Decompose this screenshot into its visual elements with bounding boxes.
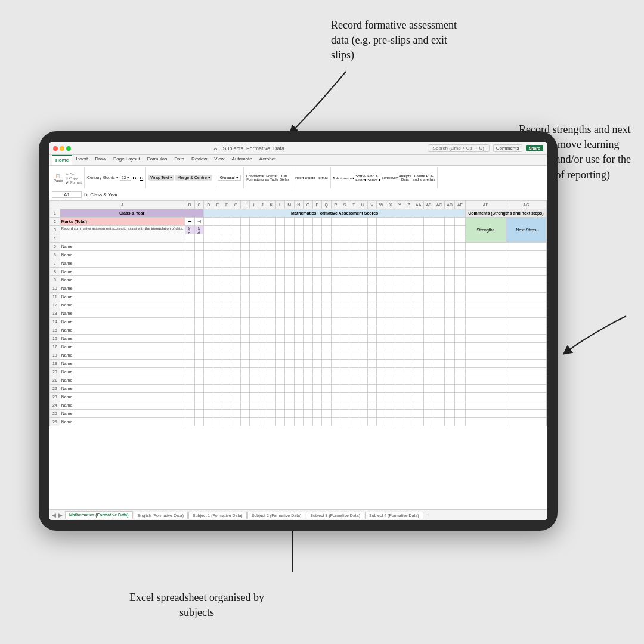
- mark-g2[interactable]: [231, 218, 241, 226]
- col-a[interactable]: A: [60, 201, 185, 209]
- col-l[interactable]: L: [276, 201, 285, 209]
- tab-view[interactable]: View: [210, 155, 228, 165]
- sub-ad3[interactable]: [444, 226, 455, 234]
- sheet-tab-subject3[interactable]: Subject 3 (Formative Data): [306, 512, 364, 519]
- mark-v2[interactable]: [367, 218, 376, 226]
- sub-ae3[interactable]: [455, 226, 465, 234]
- bold-button[interactable]: B: [132, 175, 136, 181]
- maximize-button[interactable]: [66, 146, 71, 151]
- sub-j3[interactable]: [258, 226, 267, 234]
- col-t[interactable]: T: [349, 201, 358, 209]
- mark-i2[interactable]: [250, 218, 258, 226]
- sub-q3[interactable]: [321, 226, 331, 234]
- col-q[interactable]: Q: [321, 201, 331, 209]
- sub-z3[interactable]: [404, 226, 413, 234]
- tab-data[interactable]: Data: [171, 155, 188, 165]
- col-o[interactable]: O: [304, 201, 313, 209]
- sub-e4[interactable]: [213, 234, 222, 243]
- tab-formulas[interactable]: Formulas: [144, 155, 171, 165]
- sub-w4[interactable]: [376, 234, 386, 243]
- font-size-selector[interactable]: 22 ▾: [120, 175, 132, 181]
- sub-b3[interactable]: Length Pre 100: [185, 226, 194, 234]
- mark-m2[interactable]: [284, 218, 294, 226]
- sub-p4[interactable]: [312, 234, 321, 243]
- mark-aa2[interactable]: [413, 218, 423, 226]
- sub-i4[interactable]: [250, 234, 258, 243]
- sub-k4[interactable]: [267, 234, 275, 243]
- sub-v3[interactable]: [367, 226, 376, 234]
- delete-cells-button[interactable]: Delete: [305, 176, 315, 179]
- sub-w3[interactable]: [376, 226, 386, 234]
- col-m[interactable]: M: [284, 201, 294, 209]
- sheet-tab-prev[interactable]: ◀: [52, 512, 56, 518]
- sheet-tab-english[interactable]: English (Formative Data): [134, 512, 188, 519]
- col-r[interactable]: R: [331, 201, 340, 209]
- sub-s3[interactable]: [340, 226, 349, 234]
- sub-y4[interactable]: [395, 234, 404, 243]
- formula-text[interactable]: Class & Year: [90, 192, 544, 197]
- col-f[interactable]: F: [222, 201, 231, 209]
- col-c[interactable]: C: [194, 201, 204, 209]
- sub-r4[interactable]: [331, 234, 340, 243]
- mark-k2[interactable]: [267, 218, 275, 226]
- col-d[interactable]: D: [204, 201, 213, 209]
- sub-r3[interactable]: [331, 226, 340, 234]
- italic-button[interactable]: I: [137, 175, 138, 181]
- sub-z4[interactable]: [404, 234, 413, 243]
- mark-j2[interactable]: [258, 218, 267, 226]
- sub-c3[interactable]: Length Jun 200: [194, 226, 204, 234]
- autosum-button[interactable]: Σ Auto-sum ▾: [333, 176, 355, 180]
- sub-y3[interactable]: [395, 226, 404, 234]
- col-ae[interactable]: AE: [455, 201, 465, 209]
- sub-h3[interactable]: [240, 226, 249, 234]
- sub-aa3[interactable]: [413, 226, 423, 234]
- sheet-tab-subject1[interactable]: Subject 1 (Formative Data): [188, 512, 247, 519]
- sub-u3[interactable]: [358, 226, 367, 234]
- sub-ae4[interactable]: [455, 234, 465, 243]
- insert-cells-button[interactable]: Insert: [295, 176, 304, 179]
- comments-button[interactable]: Comments: [493, 144, 522, 152]
- sub-h4[interactable]: [240, 234, 249, 243]
- sheet-tab-next[interactable]: ▶: [58, 512, 63, 518]
- col-strengths-h[interactable]: AF: [465, 201, 506, 209]
- mark-p2[interactable]: [312, 218, 321, 226]
- cut-button[interactable]: ✂ Cut: [66, 172, 82, 176]
- sub-ad4[interactable]: [444, 234, 455, 243]
- sub-t4[interactable]: [349, 234, 358, 243]
- mark-c2[interactable]: ⊣: [194, 218, 204, 226]
- tab-pagelayout[interactable]: Page Layout: [110, 155, 144, 165]
- sub-g3[interactable]: [231, 226, 241, 234]
- sort-filter-button[interactable]: Sort &Filter ▾: [355, 174, 366, 182]
- search-box[interactable]: Search (Cmd + Ctrl + U): [428, 144, 490, 152]
- copy-button[interactable]: ⎘ Copy: [66, 177, 82, 180]
- sub-o3[interactable]: [304, 226, 313, 234]
- font-selector[interactable]: Century Gothic ▾: [87, 175, 119, 180]
- number-format-selector[interactable]: General ▾: [218, 175, 241, 181]
- mark-t2[interactable]: [349, 218, 358, 226]
- mark-w2[interactable]: [376, 218, 386, 226]
- sheet-tab-subject2[interactable]: Subject 2 (Formative Data): [247, 512, 306, 519]
- col-w[interactable]: W: [376, 201, 386, 209]
- tab-home[interactable]: Home: [52, 155, 72, 165]
- mark-o2[interactable]: [304, 218, 313, 226]
- underline-button[interactable]: U: [140, 175, 143, 181]
- col-u[interactable]: U: [358, 201, 367, 209]
- tab-review[interactable]: Review: [188, 155, 210, 165]
- share-button[interactable]: Share: [526, 145, 543, 151]
- mark-z2[interactable]: [404, 218, 413, 226]
- merge-center-button[interactable]: Merge & Centre ▾: [175, 175, 212, 181]
- sub-p3[interactable]: [312, 226, 321, 234]
- class-year-header[interactable]: Class & Year: [60, 209, 204, 218]
- col-z[interactable]: Z: [404, 201, 413, 209]
- sub-x3[interactable]: [386, 226, 395, 234]
- tab-draw[interactable]: Draw: [91, 155, 110, 165]
- mark-e2[interactable]: [213, 218, 222, 226]
- sub-c4[interactable]: [194, 234, 204, 243]
- col-nextsteps-h[interactable]: AG: [506, 201, 546, 209]
- col-n[interactable]: N: [294, 201, 303, 209]
- col-i[interactable]: I: [250, 201, 258, 209]
- sub-ac3[interactable]: [434, 226, 445, 234]
- sub-v4[interactable]: [367, 234, 376, 243]
- col-g[interactable]: G: [231, 201, 241, 209]
- close-button[interactable]: [53, 146, 58, 151]
